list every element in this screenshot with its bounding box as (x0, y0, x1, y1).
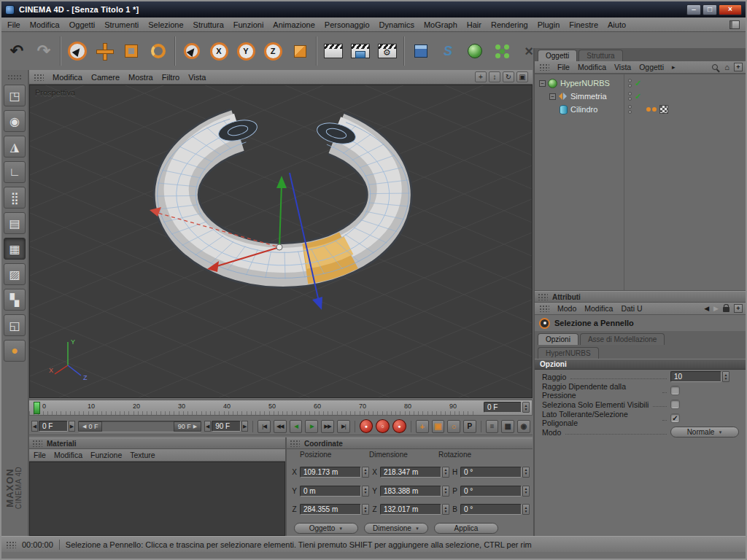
menu-dynamics[interactable]: Dynamics (379, 20, 414, 29)
vp-menu-modifica[interactable]: Modifica (53, 73, 82, 82)
menu-mograph[interactable]: MoGraph (424, 20, 457, 29)
size-y-field[interactable]: 183.388 m▲▼ (380, 486, 449, 497)
range-track[interactable] (102, 421, 173, 432)
spinner[interactable]: ▲▼ (362, 504, 369, 515)
om-menu-file[interactable]: File (557, 63, 570, 71)
current-frame-value[interactable]: 0 F (39, 421, 68, 432)
polygons-mode-button[interactable]: ▦ (4, 238, 26, 260)
menu-overflow-icon[interactable]: ▸ (672, 63, 676, 71)
vp-menu-vista[interactable]: Vista (188, 73, 206, 82)
am-grip[interactable] (539, 305, 549, 312)
raggio-field[interactable]: 10 ▲▼ (670, 371, 741, 382)
timeline-ruler[interactable]: 0 10 20 30 40 50 60 70 80 90 0 F ▲▼ (29, 400, 533, 416)
workplane-button[interactable]: ◱ (4, 314, 26, 336)
attributes-grip[interactable] (538, 293, 548, 300)
menu-file[interactable]: File (7, 20, 20, 29)
timeline-list-button[interactable]: ≡ (486, 420, 499, 433)
viewport-label[interactable]: Prospettiva (35, 88, 75, 97)
rotation-h-field[interactable]: 0 °▲▼ (460, 467, 530, 478)
om-menu-modifica[interactable]: Modifica (578, 63, 606, 71)
record-keyframe-button[interactable]: ● (360, 419, 374, 433)
key-rotation-button[interactable]: ○ (447, 420, 460, 433)
modo-dropdown[interactable]: Normale▼ (670, 427, 739, 438)
tab-asse-modellazione[interactable]: Asse di Modellazione (580, 333, 665, 345)
current-frame-field[interactable]: ◀ 0 F ▶ (31, 421, 75, 432)
snap-button[interactable]: ● (4, 340, 26, 362)
tolerant-checkbox[interactable]: ✓ (670, 413, 680, 423)
vp-menu-camere[interactable]: Camere (91, 73, 120, 82)
object-name[interactable]: Simmetria (570, 92, 607, 101)
spinner[interactable]: ▲▼ (522, 504, 530, 515)
tab-oggetti[interactable]: Oggetti (538, 50, 577, 61)
mat-menu-file[interactable]: File (34, 451, 46, 459)
om-grip[interactable] (539, 63, 549, 71)
end-dec-icon[interactable]: ◀ (204, 421, 211, 432)
menu-personaggio[interactable]: Personaggio (325, 20, 370, 29)
collapse-icon[interactable]: − (549, 93, 556, 100)
live-selection-button[interactable] (64, 34, 90, 68)
menu-funzioni[interactable]: Funzioni (233, 20, 264, 29)
ruler-frame-field[interactable]: 0 F ▲▼ (484, 402, 530, 413)
spinner[interactable]: ▲▼ (442, 467, 449, 478)
make-editable-button[interactable]: ◳ (4, 85, 26, 106)
add-hypernurbs-button[interactable] (462, 34, 488, 68)
add-panel-icon[interactable]: + (734, 63, 743, 71)
axis-mode-button[interactable]: ∟ (4, 161, 26, 183)
model-mode-button[interactable]: ◉ (4, 110, 26, 132)
materials-grip[interactable] (32, 440, 42, 447)
pressure-checkbox[interactable] (670, 386, 680, 395)
tab-hypernurbs[interactable]: HyperNURBS (538, 347, 599, 359)
lock-icon[interactable] (723, 307, 729, 312)
lock-x-button[interactable]: X (206, 34, 232, 68)
mat-menu-texture[interactable]: Texture (130, 451, 155, 459)
range-start-grip[interactable]: ◀0 F (78, 421, 102, 432)
points-mode-button[interactable]: ⣿ (4, 187, 26, 209)
tab-struttura[interactable]: Struttura (578, 50, 622, 61)
layout-switch-icon[interactable] (729, 20, 740, 29)
range-end-grip[interactable]: 90 F▶ (174, 421, 201, 432)
menu-plugin[interactable]: Plugin (538, 20, 560, 29)
scale-button[interactable] (118, 34, 144, 68)
am-menu-modo[interactable]: Modo (557, 304, 576, 313)
keyframe-selection-button[interactable]: ▦ (501, 420, 514, 433)
goto-end-button[interactable]: ▶| (337, 420, 350, 433)
add-spline-button[interactable]: S (435, 34, 461, 68)
close-button[interactable]: × (719, 4, 742, 15)
toggle-view-icon[interactable]: ▣ (516, 71, 528, 82)
am-menu-modifica[interactable]: Modifica (584, 304, 613, 313)
position-z-field[interactable]: 284.355 m▲▼ (300, 504, 369, 515)
render-view-button[interactable] (320, 34, 347, 68)
am-menu-dati[interactable]: Dati U (621, 304, 642, 313)
spinner[interactable]: ▲▼ (442, 504, 449, 515)
mat-menu-modifica[interactable]: Modifica (54, 451, 82, 459)
spinner[interactable]: ▲▼ (442, 486, 449, 497)
visibility-dots[interactable] (628, 105, 632, 114)
mat-menu-funzione[interactable]: Funzione (90, 451, 122, 459)
visibility-dots[interactable] (628, 92, 632, 101)
search-icon[interactable] (712, 64, 718, 70)
history-forward-icon[interactable]: ▶ (713, 305, 719, 312)
menu-oggetti[interactable]: Oggetti (69, 20, 95, 29)
size-z-field[interactable]: 132.017 m▲▼ (380, 504, 449, 515)
vp-menu-filtro[interactable]: Filtro (162, 73, 179, 82)
preview-range-slider[interactable]: ◀0 F 90 F▶ (78, 421, 201, 432)
viewport-grip[interactable] (34, 74, 44, 81)
camera-move-icon[interactable]: + (475, 71, 487, 82)
visible-checkbox[interactable] (670, 400, 680, 409)
viewport[interactable]: Y X Z Prospettiva (29, 85, 533, 398)
object-name[interactable]: HyperNURBS (560, 79, 610, 88)
spinner[interactable]: ▲▼ (722, 371, 729, 382)
menu-selezione[interactable]: Selezione (148, 20, 183, 29)
options-section-header[interactable]: Opzioni (535, 359, 747, 370)
menu-aiuto[interactable]: Aiuto (608, 20, 626, 29)
key-scale-button[interactable]: ▣ (432, 420, 445, 433)
redo-button[interactable]: ↷ (31, 34, 57, 68)
apply-button[interactable]: Applica (434, 523, 498, 534)
edges-mode-button[interactable]: ▤ (4, 212, 26, 234)
uv-mode-button[interactable]: ▚ (4, 289, 26, 311)
record-options-button[interactable]: ● (392, 419, 406, 433)
end-frame-value[interactable]: 90 F (212, 421, 241, 432)
menu-hair[interactable]: Hair (467, 20, 481, 29)
texture-mode-button[interactable]: ▨ (4, 263, 26, 285)
spinner[interactable]: ▲▼ (362, 467, 369, 478)
